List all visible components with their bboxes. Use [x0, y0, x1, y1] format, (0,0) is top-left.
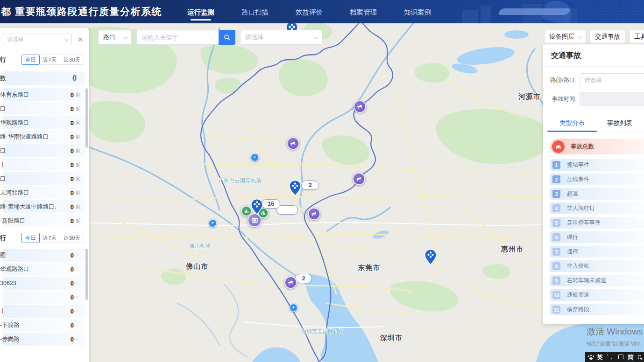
section1-range-tabs: 今日 近7天 近30天 — [21, 55, 84, 65]
stat-row[interactable]: 口 0 起 — [3, 102, 85, 115]
section1-rows: 体育东路口 0 起 口 0 起 华观路路口 0 起 路-华南快速路路口 0 起 … — [3, 88, 85, 227]
stat-row[interactable]: -新阳路口 0 起 — [3, 214, 85, 227]
area-select[interactable]: 请选择 — [240, 30, 322, 45]
stat-row-unit: ↑ — [76, 294, 82, 300]
camera-marker[interactable] — [287, 137, 299, 150]
top-navbar: 都 重要瓶颈路段通行质量分析系统 运行监测 路口扫描 效益评价 档案管理 知识案… — [0, 0, 644, 23]
left-filter-select[interactable]: 请选择 — [3, 34, 72, 45]
accident-total-row[interactable]: 事故总数 — [550, 139, 644, 154]
cluster-count-badge-empty[interactable] — [276, 205, 298, 215]
traffic-accident-panel: 交通事故 路段/路口: 事故时间: 类型分布 事故列表 — [543, 44, 644, 324]
accident-type-row[interactable]: 8 非入侵机 — [550, 260, 644, 272]
ime-taskbar: 英 ’， 简 — [585, 352, 644, 362]
tab-30days[interactable]: 近30天 — [60, 233, 84, 243]
car-icon — [552, 140, 565, 153]
stat-row[interactable]: 丨 0 起 — [3, 158, 85, 171]
stat-row[interactable]: 华观路路口 0 起 — [3, 116, 85, 129]
accident-type-row[interactable]: 2 压线事件 — [550, 174, 644, 185]
cluster-count-badge[interactable]: 2 — [295, 274, 312, 283]
tab-accident-list[interactable]: 事故列表 — [605, 115, 634, 132]
stat-row[interactable]: 丨 0 ↑ — [3, 305, 85, 318]
stat-row[interactable]: 0 ↑ — [3, 291, 85, 304]
stat-row[interactable]: 华观路路口 0 ↑ — [3, 263, 85, 276]
camera-marker[interactable] — [353, 173, 365, 185]
traffic-accident-button[interactable]: 交通事故 — [590, 30, 625, 44]
nav-item-intersection-scan[interactable]: 路口扫描 — [241, 0, 269, 23]
tab-type-distribution[interactable]: 类型分布 — [558, 115, 587, 132]
accident-type-label: 非入侵机 — [567, 262, 589, 270]
stat-row[interactable]: 天河北路口 0 起 — [3, 186, 85, 199]
ime-language-toggle[interactable]: 英 — [597, 354, 603, 360]
search-category-value: 路口 — [103, 33, 115, 42]
tab-7days[interactable]: 近7天 — [40, 233, 60, 243]
cctv-camera-icon — [287, 279, 295, 286]
camera-marker[interactable] — [308, 208, 320, 220]
ime-punctuation-toggle[interactable]: ’， — [607, 354, 614, 360]
cluster-count-badge[interactable]: 16 — [262, 199, 280, 209]
ime-simplified-toggle[interactable]: 简 — [628, 354, 634, 360]
airport-marker-icon[interactable]: ✈ — [251, 153, 259, 161]
city-label-huizhou: 惠州市 — [501, 245, 524, 254]
stat-row[interactable]: 体育东路口 0 起 — [3, 88, 85, 101]
accident-type-row[interactable]: 11 横穿路段 — [550, 304, 644, 315]
tab-7days[interactable]: 近7天 — [40, 55, 60, 65]
accident-type-row[interactable]: 10 违规变道 — [550, 289, 644, 301]
stat-row-value: 0 — [71, 91, 74, 98]
stat-row[interactable]: -赤岗路 0 ↑ — [3, 333, 85, 346]
stat-row[interactable]: 路-黄埔大道中路路口... 0 起 — [3, 200, 85, 213]
stat-row[interactable]: 图 0 ↑ — [3, 249, 85, 262]
stat-row[interactable]: 口 0 起 — [3, 144, 85, 157]
cluster-count-badge[interactable]: 2 — [301, 181, 319, 190]
camera-marker[interactable] — [354, 100, 366, 113]
tab-today[interactable]: 今日 — [21, 233, 40, 243]
stat-row-label: 丨 — [0, 307, 6, 315]
keyboard-icon[interactable] — [618, 355, 623, 359]
scrollbar-thumb[interactable] — [85, 249, 88, 300]
cctv-camera-icon — [356, 103, 364, 111]
sogou-ime-icon[interactable] — [588, 355, 593, 360]
stat-row[interactable]: 30623 0 ↑ — [3, 277, 85, 290]
scrollbar-thumb[interactable] — [85, 88, 88, 148]
airport-marker-icon[interactable]: ✈ — [209, 219, 217, 227]
magnifier-icon[interactable] — [638, 355, 641, 359]
stat-row[interactable]: -下渡路 0 ↑ — [3, 319, 85, 332]
city-label-shenzhen: 深圳市 — [380, 334, 403, 342]
stat-row-value: 0 — [71, 175, 74, 182]
close-icon[interactable]: ✕ — [78, 36, 84, 43]
screen-device-marker[interactable] — [248, 213, 262, 227]
accident-type-row[interactable]: 7 违停 — [550, 246, 644, 258]
stat-row-unit: ↑ — [76, 308, 82, 314]
keyword-input[interactable] — [136, 30, 219, 45]
nav-item-archives[interactable]: 档案管理 — [349, 0, 378, 23]
accident-type-row[interactable]: 6 缓行 — [550, 231, 644, 243]
stat-row-value: 0 — [71, 147, 74, 154]
map-pin-cluster[interactable] — [289, 180, 301, 198]
accident-type-row[interactable]: 3 超速 — [550, 188, 644, 200]
search-category-select[interactable]: 路口 — [98, 30, 132, 45]
city-label-heyuan: 河源市 — [518, 92, 541, 101]
tools-dropdown[interactable]: 工具 — [629, 30, 644, 44]
stat-row-label: 丨 — [0, 161, 6, 169]
accident-type-row[interactable]: 9 右转车辆未减速 — [550, 275, 644, 286]
device-layer-dropdown[interactable]: 设备图层 — [544, 30, 586, 44]
tools-label: 工具 — [634, 33, 644, 41]
camera-marker[interactable] — [284, 276, 297, 289]
accident-type-row[interactable]: 5 异常停车事件 — [550, 217, 644, 229]
accident-type-row[interactable]: 1 拥堵事件 — [550, 159, 644, 171]
nav-item-knowledge[interactable]: 知识案例 — [403, 0, 432, 23]
road-select-input[interactable] — [580, 73, 644, 87]
map-pin-cluster[interactable] — [425, 249, 437, 267]
tab-30days[interactable]: 近30天 — [60, 55, 84, 65]
navbar-illustration — [448, 0, 644, 23]
stat-row[interactable]: 路-华南快速路路口 0 起 — [3, 130, 85, 143]
accident-type-row[interactable]: 4 非人闯红灯 — [550, 202, 644, 214]
nav-item-benefit-eval[interactable]: 效益评价 — [295, 0, 324, 23]
stat-row[interactable]: 口 0 起 — [3, 172, 85, 185]
accident-time-input[interactable] — [580, 92, 644, 106]
stat-row-label: 天河北路口 — [0, 189, 29, 197]
nav-item-monitoring[interactable]: 运行监测 — [186, 0, 215, 23]
page-title: 重要瓶颈路段通行质量分析系统 — [15, 5, 162, 18]
airport-marker-icon[interactable]: ✈ — [290, 304, 297, 312]
tab-today[interactable]: 今日 — [21, 55, 40, 65]
search-button[interactable] — [219, 30, 235, 45]
